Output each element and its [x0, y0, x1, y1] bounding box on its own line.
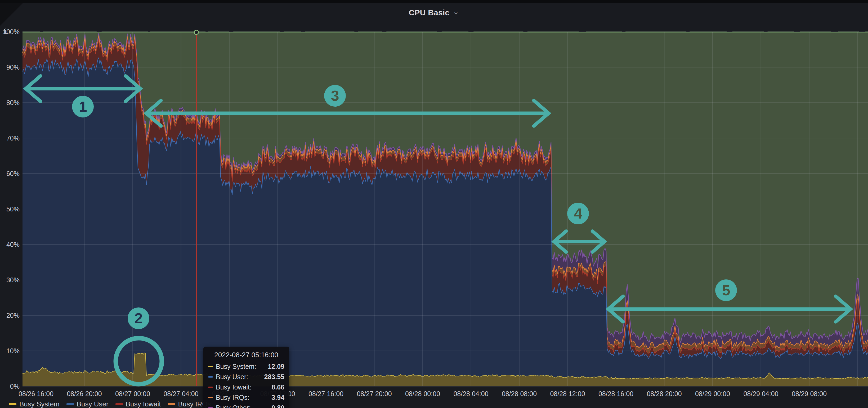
- tooltip-timestamp: 2022-08-27 05:16:00: [208, 351, 284, 359]
- tooltip-series-value: 8.66: [271, 383, 284, 391]
- tooltip-series-value: 12.09: [268, 363, 284, 370]
- grafana-page: i CPU Basic ⌄ 0%10%20%30%40%50%60%70%80%…: [0, 0, 868, 408]
- annotation-badge-2: 2: [128, 307, 149, 329]
- tooltip-series-dash: [208, 376, 213, 378]
- tooltip-series-label: Busy User:: [216, 373, 264, 381]
- annotation-badge-1: 1: [72, 96, 94, 117]
- tooltip-row: Busy System:12.09: [208, 363, 284, 370]
- annotation-badge-4: 4: [567, 203, 589, 225]
- annotation-badge-number: 2: [134, 310, 143, 327]
- annotation-badge-3: 3: [324, 85, 346, 107]
- tooltip-row: Busy Iowait:8.66: [208, 383, 284, 391]
- tooltip-series-value: 283.55: [264, 373, 284, 381]
- annotation-badge-number: 3: [331, 87, 339, 104]
- annotation-overlay: 12345: [0, 3, 868, 408]
- tooltip-row: Busy Other:0.80: [208, 404, 284, 408]
- panel-header[interactable]: CPU Basic ⌄: [0, 7, 868, 19]
- annotation-badge-number: 5: [722, 282, 730, 299]
- annotation-badge-number: 4: [574, 205, 582, 222]
- tooltip-series-value: 0.80: [271, 404, 284, 408]
- info-icon: i: [3, 28, 7, 36]
- annotation-badge-5: 5: [715, 279, 737, 301]
- tooltip-series-dash: [208, 397, 213, 398]
- tooltip-series-label: Busy IRQs:: [216, 394, 271, 401]
- panel-title[interactable]: CPU Basic: [409, 8, 450, 17]
- tooltip: 2022-08-27 05:16:00 Busy System:12.09Bus…: [204, 347, 289, 408]
- annotation-badge-number: 1: [79, 98, 87, 115]
- tooltip-series-dash: [208, 386, 213, 388]
- tooltip-series-label: Busy System:: [216, 363, 268, 370]
- tooltip-series-value: 3.94: [271, 394, 284, 401]
- panel-info-corner[interactable]: i: [0, 3, 23, 26]
- annotation-arrow-2: [146, 101, 549, 126]
- tooltip-series-label: Busy Other:: [216, 404, 271, 408]
- tooltip-series-dash: [208, 366, 213, 367]
- annotation-arrow-3: [554, 231, 604, 252]
- cpu-basic-panel: i CPU Basic ⌄ 0%10%20%30%40%50%60%70%80%…: [0, 3, 868, 408]
- annotation-circle-highlight: [116, 338, 162, 384]
- chevron-down-icon: ⌄: [453, 9, 459, 14]
- tooltip-row: Busy User:283.55: [208, 373, 284, 381]
- tooltip-series-label: Busy Iowait:: [216, 383, 271, 391]
- tooltip-row: Busy IRQs:3.94: [208, 394, 284, 401]
